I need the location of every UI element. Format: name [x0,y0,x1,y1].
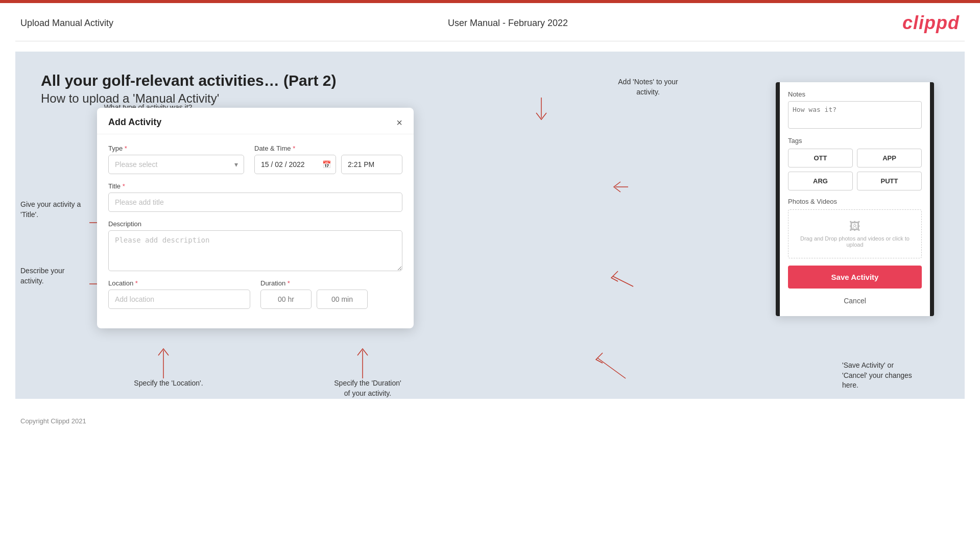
header-center: User Manual - February 2022 [448,18,568,29]
location-input[interactable] [108,290,250,309]
time-input[interactable] [341,155,402,174]
phone-panel: Notes Tags OTT APP ARG PUTT Photos & Vid… [776,82,934,316]
tag-putt[interactable]: PUTT [857,172,922,190]
tag-app[interactable]: APP [857,149,922,167]
date-input-wrapper: 📅 [254,155,336,174]
header-divider [15,41,965,41]
save-activity-button[interactable]: Save Activity [788,266,922,289]
notes-label: Notes [788,90,922,98]
photos-label: Photos & Videos [788,198,922,205]
type-select[interactable]: Please select [108,155,244,174]
tag-ott[interactable]: OTT [788,149,853,167]
description-group: Description [108,220,402,271]
modal-body: Type * Please select ▾ Date & Time * [97,134,414,328]
photo-hint: Drag and Drop photos and videos or click… [794,235,916,248]
svg-line-8 [613,276,633,286]
annotation-title: Give your activity a 'Title'. [15,200,97,220]
modal-close-button[interactable]: × [396,117,402,128]
svg-line-9 [597,358,626,378]
duration-min-input[interactable] [317,290,368,309]
duration-group: Duration * [260,279,402,309]
duration-hr-input[interactable] [260,290,312,309]
annotation-description: Describe your activity. [15,266,87,286]
type-select-wrapper: Please select ▾ [108,155,244,174]
date-input[interactable] [254,155,336,174]
tags-label: Tags [788,137,922,145]
cancel-button[interactable]: Cancel [788,294,922,308]
description-textarea[interactable] [108,230,402,271]
modal-title: Add Activity [108,117,161,128]
type-group: Type * Please select ▾ [108,145,244,174]
tag-arg[interactable]: ARG [788,172,853,190]
type-label: Type * [108,145,244,152]
location-group: Location * [108,279,250,309]
title-field-label: Title * [108,182,402,190]
annotation-notes: Add 'Notes' to your activity. [597,77,699,97]
annotation-save: 'Save Activity' or 'Cancel' your changes… [842,361,960,391]
datetime-row: 📅 [254,155,402,174]
header: Upload Manual Activity User Manual - Feb… [0,3,980,41]
annotation-duration: Specify the 'Duration' of your activity. [301,378,434,398]
title-input[interactable] [108,193,402,212]
duration-inputs [260,290,402,309]
footer: Copyright Clippd 2021 [0,409,980,433]
location-duration-row: Location * Duration * [108,279,402,309]
modal-dialog: Add Activity × Type * Please select ▾ [97,108,414,328]
photo-drop-zone[interactable]: 🖼 Drag and Drop photos and videos or cli… [788,209,922,258]
type-date-row: Type * Please select ▾ Date & Time * [108,145,402,174]
title-group: Title * [108,182,402,212]
annotation-location: Specify the 'Location'. [117,378,220,389]
duration-label: Duration * [260,279,402,287]
datetime-label: Date & Time * [254,145,402,152]
modal-header: Add Activity × [97,108,414,134]
description-label: Description [108,220,402,228]
tags-grid: OTT APP ARG PUTT [788,149,922,190]
copyright: Copyright Clippd 2021 [20,417,86,425]
main-content: All your golf-relevant activities… (Part… [15,52,965,399]
image-icon: 🖼 [794,220,916,233]
phone-inner: Notes Tags OTT APP ARG PUTT Photos & Vid… [780,82,930,316]
datetime-group: Date & Time * 📅 [254,145,402,174]
header-left: Upload Manual Activity [20,18,113,29]
location-label: Location * [108,279,250,287]
notes-textarea[interactable] [788,101,922,129]
logo: clippd [902,12,960,34]
